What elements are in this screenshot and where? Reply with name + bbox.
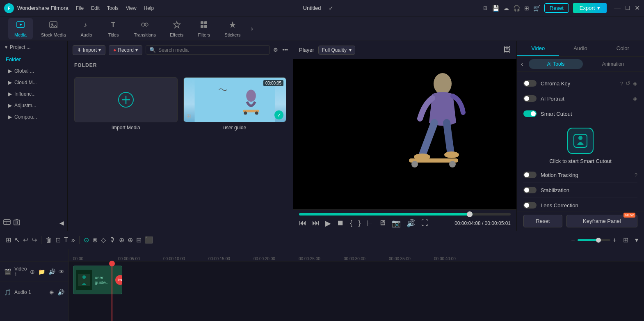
headphone-icon[interactable]: 🎧 bbox=[513, 5, 520, 11]
tool-stickers[interactable]: Stickers bbox=[219, 18, 246, 39]
tl-zoom-track[interactable] bbox=[578, 239, 610, 241]
menu-edit[interactable]: Edit bbox=[91, 5, 100, 11]
fullscreen-icon[interactable]: ⛶ bbox=[421, 219, 429, 227]
ai-portrait-toggle[interactable] bbox=[523, 95, 537, 102]
mark-out-icon[interactable]: } bbox=[358, 219, 361, 227]
tl-mark-icon[interactable]: ◇ bbox=[101, 236, 106, 244]
motion-tracking-toggle[interactable] bbox=[523, 172, 537, 178]
sidebar-item-adjust[interactable]: ▶ Adjustm... bbox=[0, 100, 67, 111]
sidebar-item-influence[interactable]: ▶ Influenc... bbox=[0, 88, 67, 100]
quality-selector[interactable]: Full Quality ▾ bbox=[318, 46, 355, 55]
add-folder-icon[interactable]: + bbox=[3, 218, 11, 227]
tool-titles[interactable]: T Titles bbox=[101, 18, 126, 39]
sub-tab-animation[interactable]: Animation bbox=[586, 59, 640, 69]
video-track-folder-icon[interactable]: 📁 bbox=[38, 268, 45, 275]
tl-thumb2-icon[interactable]: ⬛ bbox=[145, 236, 153, 244]
insert-icon[interactable]: ⊢ bbox=[366, 219, 373, 228]
tl-ripple-icon[interactable]: ⊗ bbox=[92, 236, 98, 244]
play-icon[interactable]: ▶ bbox=[325, 219, 331, 228]
volume-icon[interactable]: 🔊 bbox=[406, 219, 416, 228]
tl-track-icon[interactable]: ⊕ bbox=[128, 236, 133, 244]
sidebar-item-compound[interactable]: ▶ Compou... bbox=[0, 111, 67, 123]
playhead[interactable] bbox=[112, 261, 112, 321]
video-track-add-icon[interactable]: ⊕ bbox=[30, 268, 35, 275]
tab-video[interactable]: Video bbox=[517, 41, 559, 56]
folder-item[interactable]: Folder bbox=[0, 53, 67, 65]
tl-select-icon[interactable]: ↖ bbox=[14, 236, 20, 244]
tl-zoom-in-icon[interactable]: + bbox=[613, 236, 617, 244]
toolbar-expand-icon[interactable]: › bbox=[249, 23, 255, 34]
keyframe-panel-button[interactable]: Keyframe Panel NEW bbox=[566, 215, 637, 227]
record-button[interactable]: ● Record ▾ bbox=[109, 45, 142, 55]
tl-undo-icon[interactable]: ↩ bbox=[23, 236, 28, 244]
stop-icon[interactable]: ⏹ bbox=[337, 219, 344, 227]
video-clip[interactable]: user guide... ✂ bbox=[73, 266, 122, 294]
sidebar-item-cloud[interactable]: ▶ Cloud M... bbox=[0, 77, 67, 88]
tool-effects[interactable]: Effects bbox=[164, 18, 189, 39]
tl-zoom-handle[interactable] bbox=[596, 238, 601, 243]
rewind-icon[interactable]: ⏮ bbox=[299, 219, 306, 227]
maximize-icon[interactable]: □ bbox=[626, 4, 630, 12]
export-button[interactable]: Export ▾ bbox=[573, 3, 607, 13]
reset-button[interactable]: Reset bbox=[523, 215, 562, 227]
monitor-icon[interactable]: 🖥 bbox=[482, 5, 488, 11]
tab-color[interactable]: Color bbox=[602, 41, 644, 56]
more-options-icon[interactable]: ••• bbox=[282, 47, 288, 53]
tl-layout-down-icon[interactable]: ▾ bbox=[635, 236, 638, 244]
login-button[interactable]: Reset bbox=[544, 3, 569, 13]
lens-correction-toggle[interactable] bbox=[523, 202, 537, 209]
playhead-handle[interactable] bbox=[109, 261, 115, 266]
tl-delete-icon[interactable]: 🗑 bbox=[46, 236, 52, 244]
stabilization-toggle[interactable] bbox=[523, 187, 537, 193]
minimize-icon[interactable]: — bbox=[614, 4, 621, 12]
tl-text-icon[interactable]: T bbox=[64, 236, 68, 244]
video-media-card[interactable]: 00:00:05 ⊞ ✓ user guide bbox=[183, 77, 287, 131]
step-back-icon[interactable]: ⏭ bbox=[312, 219, 320, 227]
progress-bar[interactable] bbox=[299, 213, 511, 216]
chroma-key-reset-icon[interactable]: ↺ bbox=[626, 80, 630, 87]
save-icon[interactable]: 💾 bbox=[492, 5, 499, 11]
screenshot-icon[interactable]: 🖼 bbox=[503, 46, 511, 54]
mark-in-icon[interactable]: { bbox=[350, 219, 352, 227]
import-button[interactable]: ⬇ Import ▾ bbox=[73, 45, 105, 55]
tool-stock-media[interactable]: Stock Media bbox=[35, 18, 72, 39]
tl-voice-icon[interactable]: 🎙 bbox=[109, 236, 116, 244]
tool-media[interactable]: Media bbox=[8, 18, 33, 39]
tl-zoom-out-icon[interactable]: − bbox=[571, 236, 575, 244]
close-icon[interactable]: ✕ bbox=[635, 4, 640, 12]
delete-folder-icon[interactable] bbox=[13, 218, 21, 227]
motion-tracking-help-icon[interactable]: ? bbox=[635, 172, 637, 178]
filter-icon[interactable]: ⚙ bbox=[273, 47, 278, 53]
progress-handle[interactable] bbox=[467, 211, 473, 217]
shop-icon[interactable]: 🛒 bbox=[533, 5, 540, 11]
video-track-eye-icon[interactable]: 👁 bbox=[59, 268, 64, 275]
tl-split-icon[interactable]: ⊞ bbox=[6, 236, 11, 244]
sidebar-item-global[interactable]: ▶ Global ... bbox=[0, 65, 67, 77]
video-track-volume-icon[interactable]: 🔊 bbox=[48, 268, 55, 275]
tool-audio[interactable]: ♪ Audio bbox=[74, 18, 99, 39]
search-area[interactable]: 🔍 bbox=[146, 45, 270, 55]
ai-portrait-keyframe-icon[interactable]: ◈ bbox=[633, 95, 637, 102]
tool-filters[interactable]: Filters bbox=[192, 18, 216, 39]
panel-collapse-icon[interactable]: ◀ bbox=[59, 220, 64, 226]
chroma-key-keyframe-icon[interactable]: ◈ bbox=[633, 80, 637, 87]
sub-tab-back-icon[interactable]: ‹ bbox=[521, 60, 523, 68]
camera-icon[interactable]: 📷 bbox=[392, 219, 401, 228]
chroma-key-toggle[interactable] bbox=[523, 80, 537, 87]
smart-cutout-start-button[interactable] bbox=[567, 128, 594, 154]
tl-crop-icon[interactable]: ⊡ bbox=[55, 236, 61, 244]
menu-help[interactable]: Help bbox=[144, 5, 154, 11]
menu-file[interactable]: File bbox=[76, 5, 84, 11]
tl-record-icon[interactable]: ⊕ bbox=[119, 236, 124, 244]
smart-cutout-toggle[interactable] bbox=[523, 110, 537, 117]
video-media-thumb[interactable]: 00:00:05 ⊞ ✓ bbox=[183, 77, 287, 122]
search-input[interactable] bbox=[158, 47, 266, 53]
chroma-key-help-icon[interactable]: ? bbox=[620, 80, 623, 87]
menu-tools[interactable]: Tools bbox=[107, 5, 119, 11]
cloud-icon[interactable]: ☁ bbox=[503, 5, 509, 11]
monitor-icon[interactable]: 🖥 bbox=[379, 219, 386, 227]
tl-layout-icon[interactable]: ⊞ bbox=[623, 236, 628, 244]
audio-track-volume-icon[interactable]: 🔊 bbox=[57, 289, 64, 296]
audio-track-add-icon[interactable]: ⊕ bbox=[49, 289, 54, 296]
sub-tab-ai-tools[interactable]: AI Tools bbox=[529, 59, 582, 69]
